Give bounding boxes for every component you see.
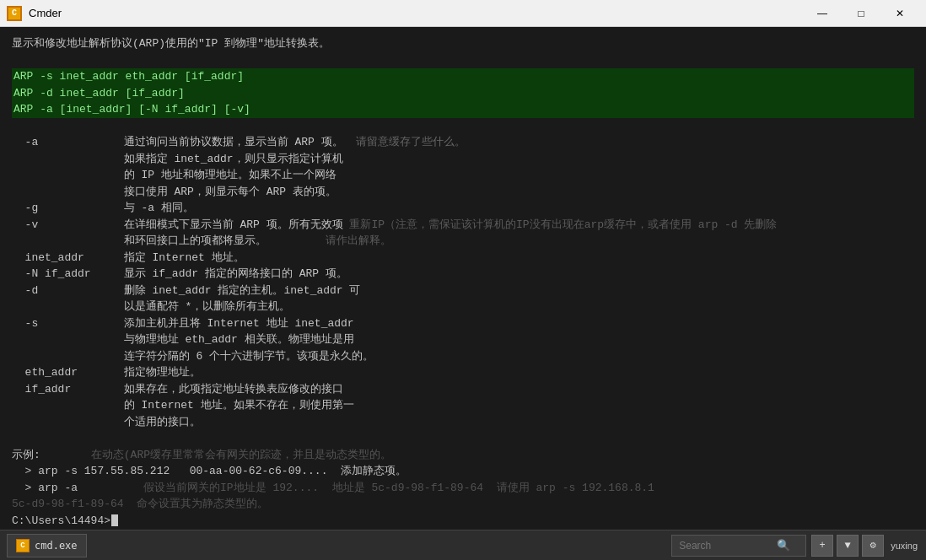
line-opt-s-1: -s 添加主机并且将 Internet 地址 inet_addr <box>12 315 914 332</box>
line-prompt: C:\Users\14494> <box>12 513 914 530</box>
line-opt-v-2: 和环回接口上的项都将显示。 请作出解释。 <box>12 233 914 250</box>
line-arp-s: ARP -s inet_addr eth_addr [if_addr] <box>12 68 914 85</box>
line-blank-2 <box>12 118 914 135</box>
line-opt-d-2: 以是通配符 *，以删除所有主机。 <box>12 299 914 315</box>
terminal-area: 显示和修改地址解析协议(ARP)使用的"IP 到物理"地址转换表。 ARP -s… <box>0 27 926 530</box>
line-arp-a: ARP -a [inet_addr] [-N if_addr] [-v] <box>12 101 914 118</box>
line-if-addr-2: 的 Internet 地址。如果不存在，则使用第一 <box>12 397 914 414</box>
line-opt-N: -N if_addr 显示 if_addr 指定的网络接口的 ARP 项。 <box>12 266 914 283</box>
line-1: 显示和修改地址解析协议(ARP)使用的"IP 到物理"地址转换表。 <box>12 35 914 52</box>
close-button[interactable]: ✕ <box>880 0 919 27</box>
line-opt-g: -g 与 -a 相同。 <box>12 200 914 217</box>
line-blank-4: 5c-d9-98-f1-89-64 命令设置其为静态类型的。 <box>12 496 914 513</box>
line-opt-s-2: 与物理地址 eth_addr 相关联。物理地址是用 <box>12 331 914 348</box>
line-example-1: > arp -s 157.55.85.212 00-aa-00-62-c6-09… <box>12 463 914 480</box>
taskbar-icon-group: + ▼ ⚙ <box>811 535 884 557</box>
window-title: Cmder <box>29 7 803 19</box>
line-opt-d-1: -d 删除 inet_addr 指定的主机。inet_addr 可 <box>12 283 914 299</box>
line-opt-a-2: 如果指定 inet_addr，则只显示指定计算机 <box>12 151 914 168</box>
line-blank-1 <box>12 52 914 69</box>
taskbar-search-box[interactable]: 🔍 <box>671 535 806 557</box>
line-opt-s-3: 连字符分隔的 6 个十六进制字节。该项是永久的。 <box>12 348 914 365</box>
dropdown-button[interactable]: ▼ <box>837 535 859 557</box>
line-opt-a-3: 的 IP 地址和物理地址。如果不止一个网络 <box>12 167 914 184</box>
titlebar: C Cmder — □ ✕ <box>0 0 926 27</box>
add-tab-button[interactable]: + <box>811 535 833 557</box>
maximize-button[interactable]: □ <box>842 0 880 27</box>
taskbar-app-icon: C <box>16 539 30 552</box>
search-icon: 🔍 <box>777 539 790 552</box>
app-icon: C <box>7 6 22 21</box>
search-input[interactable] <box>679 540 772 552</box>
window-controls: — □ ✕ <box>803 0 919 27</box>
line-inet-addr: inet_addr 指定 Internet 地址。 <box>12 250 914 267</box>
line-arp-d: ARP -d inet_addr [if_addr] <box>12 85 914 102</box>
taskbar: C cmd.exe 🔍 + ▼ ⚙ yuxing <box>0 530 926 560</box>
minimize-button[interactable]: — <box>803 0 842 27</box>
line-opt-v-1: -v 在详细模式下显示当前 ARP 项。所有无效项 重新IP（注意，需保证该计算… <box>12 217 914 234</box>
settings-button[interactable]: ⚙ <box>862 535 884 557</box>
line-if-addr-1: if_addr 如果存在，此项指定地址转换表应修改的接口 <box>12 381 914 398</box>
line-example-label: 示例:在动态(ARP缓存里常常会有网关的踪迹，并且是动态类型的。 <box>12 447 914 464</box>
line-opt-a-4: 接口使用 ARP，则显示每个 ARP 表的项。 <box>12 184 914 201</box>
line-blank-3 <box>12 430 914 447</box>
taskbar-app-label: cmd.exe <box>35 540 78 552</box>
user-label: yuxing <box>891 541 918 551</box>
line-opt-a-1: -a 通过询问当前协议数据，显示当前 ARP 项。 请留意缓存了些什么。 <box>12 134 914 151</box>
taskbar-app-item[interactable]: C cmd.exe <box>7 534 87 557</box>
line-eth-addr: eth_addr 指定物理地址。 <box>12 364 914 381</box>
line-if-addr-3: 个适用的接口。 <box>12 414 914 431</box>
line-example-2: > arp -a 假设当前网关的IP地址是 192.... 地址是 5c-d9-… <box>12 480 914 497</box>
